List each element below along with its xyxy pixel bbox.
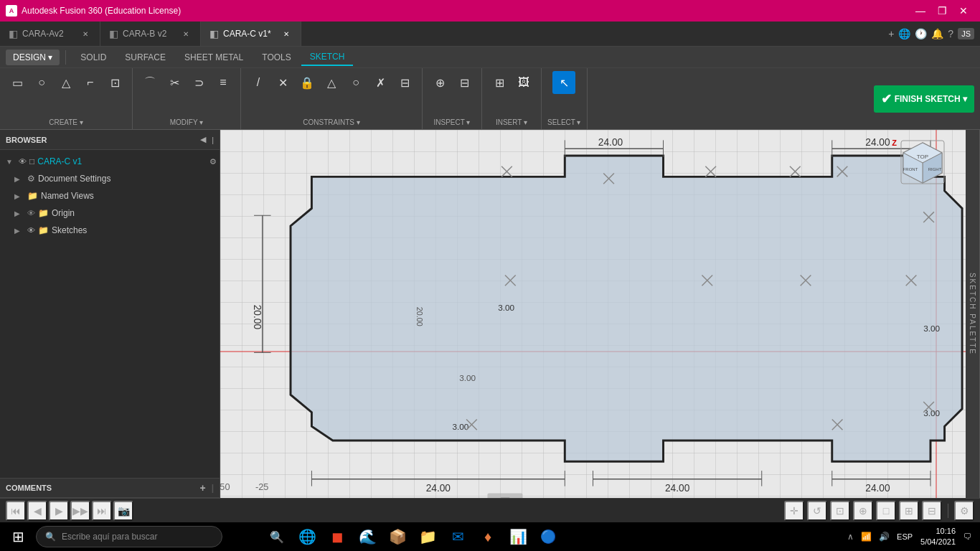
start-button[interactable]: ⊞ — [0, 522, 36, 551]
tab-sketch[interactable]: SKETCH — [301, 49, 354, 66]
eye-icon-origin[interactable]: 👁 — [27, 209, 35, 217]
network-icon[interactable]: 📶 — [859, 532, 874, 542]
constraint-circle[interactable]: ○ — [344, 71, 367, 94]
pan-tool[interactable]: ✛ — [784, 501, 804, 521]
play-button[interactable]: ▶ — [49, 501, 69, 521]
sketch-palette-panel[interactable]: SKETCH PALETTE — [966, 130, 980, 498]
close-button[interactable]: ✕ — [953, 0, 974, 22]
orbit-tool[interactable]: ↺ — [807, 501, 827, 521]
tab-cara-b[interactable]: ◧ CARA-B v2 ✕ — [100, 22, 201, 46]
measure-tool[interactable]: ⊟ — [453, 71, 476, 94]
constraint-1[interactable]: / — [247, 71, 270, 94]
add-tab-button[interactable]: + — [888, 28, 894, 39]
view-cube[interactable]: TOP RIGHT FRONT — [897, 137, 948, 187]
taskbar-app-chrome[interactable]: 🔵 — [534, 522, 562, 551]
tree-item-root[interactable]: ▼ 👁 □ CARA-C v1 ⚙ — [0, 153, 220, 170]
svg-text:3.00: 3.00 — [498, 303, 514, 312]
settings-button[interactable]: ⚙ — [954, 501, 974, 521]
volume-icon[interactable]: 🔊 — [877, 532, 892, 542]
taskbar-app-edge[interactable]: 🌐 — [293, 522, 321, 551]
select-tool[interactable]: ↖ — [552, 71, 575, 94]
zoom-tool[interactable]: ⊕ — [853, 501, 873, 521]
tree-item-doc-settings[interactable]: ▶ ⚙ Document Settings — [0, 170, 220, 187]
trim-tool[interactable]: ✂ — [163, 71, 186, 94]
taskbar-search[interactable]: 🔍 Escribe aquí para buscar — [36, 526, 222, 547]
lock-constraint[interactable]: 🔒 — [296, 71, 319, 94]
fillet-tool[interactable]: ⌒ — [138, 71, 161, 94]
comments-add-icon[interactable]: + — [199, 482, 205, 494]
tab-close-cara-a[interactable]: ✕ — [80, 28, 91, 39]
rectangle-tool[interactable]: ▭ — [6, 71, 29, 94]
tab-solid[interactable]: SOLID — [72, 50, 115, 65]
minimize-button[interactable]: — — [910, 0, 931, 22]
taskbar-app-sketch[interactable]: ♦ — [473, 522, 502, 551]
grid-tool[interactable]: ⊞ — [899, 501, 919, 521]
next-frame-button[interactable]: ▶▶ — [70, 501, 90, 521]
tab-close-cara-c[interactable]: ✕ — [281, 28, 292, 39]
mirror-tool[interactable]: ≡ — [212, 71, 235, 94]
display-mode-tool[interactable]: □ — [876, 501, 896, 521]
snap-tool[interactable]: ⊟ — [922, 501, 942, 521]
browser-expand-icon[interactable]: ◀ — [200, 135, 206, 144]
toolbar-main-row: ▭ ○ △ ⌐ ⊡ CREATE ▾ ⌒ ✂ ⊃ ≡ MODIFY ▾ / ✕ … — [0, 68, 980, 129]
taskbar-app-search[interactable]: 🔍 — [263, 522, 291, 551]
eye-icon-root[interactable]: 👁 — [19, 157, 27, 166]
design-dropdown[interactable]: DESIGN ▾ — [6, 50, 60, 65]
taskbar-app-dropbox[interactable]: 📦 — [383, 522, 412, 551]
maximize-button[interactable]: ❐ — [931, 0, 953, 22]
browser-pin-icon[interactable]: | — [212, 136, 214, 144]
end-button[interactable]: ⏭ — [92, 501, 112, 521]
taskbar-app-edge2[interactable]: 🌊 — [353, 522, 382, 551]
tab-surface[interactable]: SURFACE — [116, 50, 174, 65]
eye-icon-sketches[interactable]: 👁 — [27, 226, 35, 235]
clock-icon[interactable]: 🕐 — [915, 28, 927, 39]
windows-logo: ⊞ — [12, 528, 24, 545]
rewind-button[interactable]: ⏮ — [6, 501, 26, 521]
inspect-tool[interactable]: ⊕ — [428, 71, 451, 94]
insert-tool[interactable]: ⊞ — [488, 71, 511, 94]
lang-indicator[interactable]: ESP — [895, 532, 915, 541]
zoom-fit-tool[interactable]: ⊡ — [830, 501, 850, 521]
toolbar-modify-section: ⌒ ✂ ⊃ ≡ MODIFY ▾ — [133, 68, 241, 129]
help-icon[interactable]: ? — [948, 28, 953, 39]
tree-item-named-views[interactable]: ▶ 📁 Named Views — [0, 187, 220, 204]
tab-cara-a[interactable]: ◧ CARA-Av2 ✕ — [0, 22, 100, 46]
toolbar-select-section: ↖ SELECT ▾ — [542, 68, 588, 129]
taskbar-app-mail[interactable]: ✉ — [443, 522, 472, 551]
prev-frame-button[interactable]: ◀ — [27, 501, 47, 521]
constraint-bracket[interactable]: ⊟ — [393, 71, 416, 94]
constraint-triangle[interactable]: △ — [320, 71, 343, 94]
point-tool[interactable]: ⊡ — [103, 71, 126, 94]
tab-cara-c[interactable]: ◧ CARA-C v1* ✕ — [201, 22, 301, 46]
bell-icon[interactable]: 🔔 — [931, 28, 943, 39]
taskbar-clock[interactable]: 10:16 5/04/2021 — [918, 526, 958, 548]
tab-tools[interactable]: TOOLS — [253, 50, 299, 65]
app-title: Autodesk Fusion 360 (Education License) — [22, 6, 910, 16]
canvas-area[interactable]: 24.00 24.00 20.00 20.00 20.00 — [220, 130, 966, 498]
finish-sketch-button[interactable]: ✔ FINISH SKETCH ▾ — [874, 85, 974, 113]
user-icon[interactable]: JS — [958, 28, 974, 39]
notification-icon[interactable]: 🗨 — [961, 532, 974, 542]
tab-close-cara-b[interactable]: ✕ — [180, 28, 192, 39]
taskbar-app-fusion[interactable]: 📊 — [504, 522, 532, 551]
taskbar-app-explorer[interactable]: 📁 — [413, 522, 442, 551]
toolbar-insert-section: ⊞ 🖼 INSERT ▾ — [482, 68, 542, 129]
constraint-x[interactable]: ✗ — [369, 71, 392, 94]
tree-item-origin[interactable]: ▶ 👁 📁 Origin — [0, 204, 220, 222]
line-tool[interactable]: ⌐ — [79, 71, 102, 94]
offset-tool[interactable]: ⊃ — [187, 71, 210, 94]
camera-button[interactable]: 📷 — [113, 501, 133, 521]
triangle-tool[interactable]: △ — [55, 71, 77, 94]
comments-section[interactable]: COMMENTS + | — [0, 478, 220, 498]
tab-sheet-metal[interactable]: SHEET METAL — [176, 50, 252, 65]
circle-tool[interactable]: ○ — [30, 71, 53, 94]
tree-item-sketches[interactable]: ▶ 👁 📁 Sketches — [0, 222, 220, 239]
web-icon[interactable]: 🌐 — [898, 28, 910, 39]
taskbar-chevron[interactable]: ∧ — [845, 532, 856, 542]
taskbar-quick-icons: ⧉ — [228, 522, 257, 551]
taskbar-app-office[interactable]: ◼ — [323, 522, 352, 551]
settings-icon-root[interactable]: ⚙ — [209, 157, 217, 166]
task-view-button[interactable]: ⧉ — [228, 522, 257, 551]
constraint-2[interactable]: ✕ — [271, 71, 294, 94]
insert-image[interactable]: 🖼 — [512, 71, 535, 94]
